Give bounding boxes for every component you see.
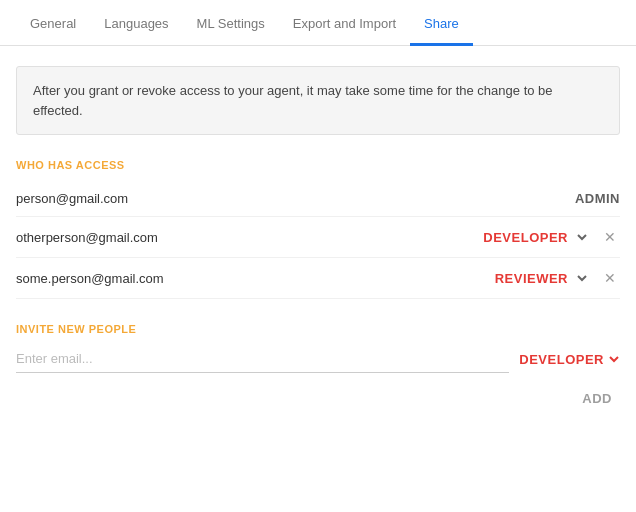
add-button-row: ADD — [16, 387, 620, 410]
tab-share[interactable]: Share — [410, 0, 473, 46]
tab-languages[interactable]: Languages — [90, 0, 182, 46]
access-role-2: DEVELOPER ✕ — [483, 227, 620, 247]
role-dropdown-arrow-3[interactable] — [572, 268, 592, 288]
role-dropdown-arrow-2[interactable] — [572, 227, 592, 247]
tab-export-import[interactable]: Export and Import — [279, 0, 410, 46]
access-email-3: some.person@gmail.com — [16, 271, 164, 286]
invite-email-input[interactable] — [16, 345, 509, 373]
remove-button-3[interactable]: ✕ — [600, 268, 620, 288]
tab-general[interactable]: General — [16, 0, 90, 46]
invite-role-chevron-icon — [608, 353, 620, 365]
tab-ml-settings[interactable]: ML Settings — [183, 0, 279, 46]
access-email-1: person@gmail.com — [16, 191, 128, 206]
access-email-2: otherperson@gmail.com — [16, 230, 158, 245]
main-content: After you grant or revoke access to your… — [0, 46, 636, 430]
table-row: person@gmail.com ADMIN — [16, 181, 620, 217]
invite-label: INVITE NEW PEOPLE — [16, 323, 620, 335]
who-has-access-label: WHO HAS ACCESS — [16, 159, 620, 171]
table-row: otherperson@gmail.com DEVELOPER ✕ — [16, 217, 620, 258]
info-message: After you grant or revoke access to your… — [33, 83, 553, 118]
access-list: person@gmail.com ADMIN otherperson@gmail… — [16, 181, 620, 299]
access-role-1: ADMIN — [575, 191, 620, 206]
invite-role-label: DEVELOPER — [519, 352, 604, 367]
role-label-developer: DEVELOPER — [483, 230, 568, 245]
role-label-reviewer: REVIEWER — [495, 271, 568, 286]
role-label-admin: ADMIN — [575, 191, 620, 206]
invite-role-dropdown[interactable]: DEVELOPER — [519, 352, 620, 367]
table-row: some.person@gmail.com REVIEWER ✕ — [16, 258, 620, 299]
invite-row: DEVELOPER — [16, 345, 620, 373]
info-box: After you grant or revoke access to your… — [16, 66, 620, 135]
access-role-3: REVIEWER ✕ — [495, 268, 620, 288]
invite-section: INVITE NEW PEOPLE DEVELOPER ADD — [16, 323, 620, 410]
add-button[interactable]: ADD — [574, 387, 620, 410]
tab-bar: General Languages ML Settings Export and… — [0, 0, 636, 46]
remove-button-2[interactable]: ✕ — [600, 227, 620, 247]
